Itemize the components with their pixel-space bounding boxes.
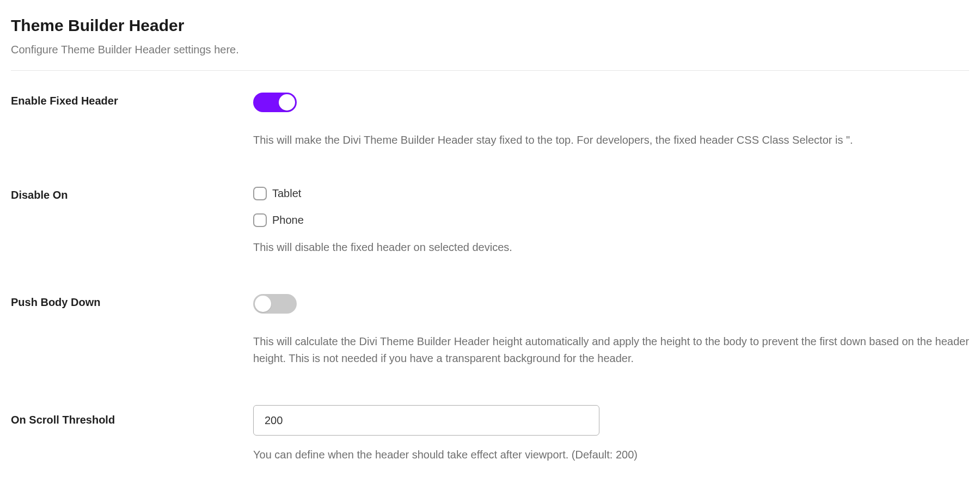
control-column: This will calculate the Divi Theme Build…: [253, 294, 969, 367]
disable-on-label: Disable On: [11, 189, 68, 201]
on-scroll-threshold-input[interactable]: [253, 405, 599, 436]
disable-on-phone-label[interactable]: Phone: [272, 214, 304, 226]
on-scroll-threshold-help: You can define when the header should ta…: [253, 446, 969, 463]
control-column: You can define when the header should ta…: [253, 405, 969, 463]
section-divider: [11, 70, 969, 71]
disable-on-help: This will disable the fixed header on se…: [253, 239, 969, 256]
label-column: Push Body Down: [11, 294, 253, 309]
setting-on-scroll-threshold: On Scroll Threshold You can define when …: [11, 405, 969, 463]
enable-fixed-header-help: This will make the Divi Theme Builder He…: [253, 132, 969, 149]
label-column: Disable On: [11, 187, 253, 201]
toggle-knob: [255, 296, 271, 312]
setting-disable-on: Disable On Tablet Phone This will disabl…: [11, 187, 969, 256]
disable-on-tablet-checkbox[interactable]: [253, 187, 267, 200]
setting-push-body-down: Push Body Down This will calculate the D…: [11, 294, 969, 367]
disable-on-phone-checkbox[interactable]: [253, 213, 267, 227]
on-scroll-threshold-label: On Scroll Threshold: [11, 414, 115, 426]
push-body-down-toggle[interactable]: [253, 294, 297, 314]
enable-fixed-header-toggle[interactable]: [253, 93, 297, 112]
toggle-knob: [279, 94, 295, 111]
page-title: Theme Builder Header: [11, 16, 969, 35]
push-body-down-label: Push Body Down: [11, 296, 100, 308]
label-column: Enable Fixed Header: [11, 93, 253, 107]
disable-on-phone-row: Phone: [253, 213, 969, 227]
disable-on-tablet-row: Tablet: [253, 187, 969, 200]
enable-fixed-header-label: Enable Fixed Header: [11, 95, 118, 107]
control-column: This will make the Divi Theme Builder He…: [253, 93, 969, 149]
push-body-down-help: This will calculate the Divi Theme Build…: [253, 333, 969, 367]
label-column: On Scroll Threshold: [11, 405, 253, 426]
control-column: Tablet Phone This will disable the fixed…: [253, 187, 969, 256]
page-subtitle: Configure Theme Builder Header settings …: [11, 44, 969, 56]
setting-enable-fixed-header: Enable Fixed Header This will make the D…: [11, 93, 969, 149]
disable-on-tablet-label[interactable]: Tablet: [272, 187, 301, 200]
